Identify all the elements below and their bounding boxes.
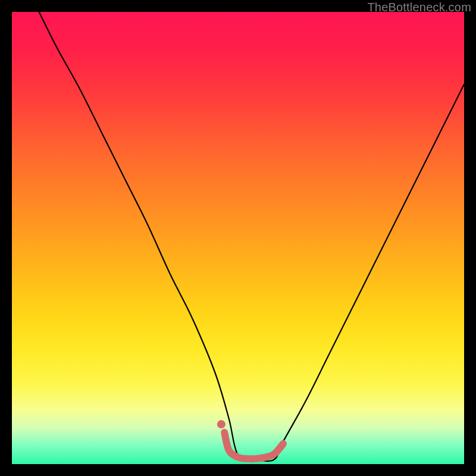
highlight-dot	[217, 420, 226, 428]
bottleneck-curve-path	[39, 12, 464, 461]
curve-svg	[12, 12, 464, 464]
plot-area	[12, 12, 464, 464]
chart-frame: TheBottleneck.com	[0, 0, 476, 476]
